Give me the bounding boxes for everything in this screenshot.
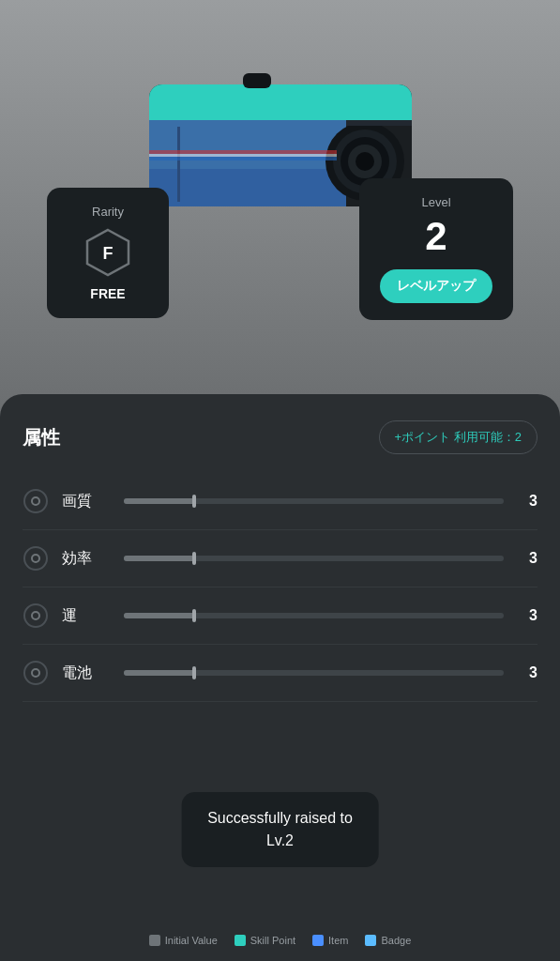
- legend-label-skill: Skill Point: [250, 935, 295, 946]
- attr-bar-image-quality: [124, 498, 504, 504]
- levelup-button[interactable]: レベルアップ: [380, 269, 492, 303]
- attr-icon-battery: [23, 660, 49, 686]
- level-card: Level 2 レベルアップ: [359, 178, 513, 320]
- bottom-panel: 属性 +ポイント 利用可能：2 画質 3 効率: [0, 394, 560, 961]
- legend-dot-item: [312, 935, 324, 946]
- svg-rect-11: [177, 127, 180, 202]
- legend-dot-badge: [365, 935, 376, 946]
- level-title: Level: [380, 195, 492, 209]
- svg-rect-13: [149, 154, 337, 157]
- attribute-header: 属性 +ポイント 利用可能：2: [23, 420, 537, 454]
- rarity-label: FREE: [68, 286, 148, 301]
- svg-text:F: F: [103, 244, 114, 263]
- toast-line2: Lv.2: [207, 830, 353, 852]
- legend-skill-point: Skill Point: [235, 935, 295, 946]
- points-value: 2: [515, 430, 522, 444]
- legend-dot-initial: [149, 935, 160, 946]
- legend-initial-value: Initial Value: [149, 935, 218, 946]
- attr-name-luck: 運: [62, 606, 109, 626]
- svg-rect-15: [346, 120, 412, 126]
- attr-row-luck: 運 3: [23, 587, 537, 645]
- svg-rect-10: [243, 73, 271, 88]
- attr-name-image-quality: 画質: [62, 492, 109, 511]
- attribute-title: 属性: [23, 425, 60, 450]
- attr-value-image-quality: 3: [519, 493, 537, 510]
- attr-icon-efficiency: [23, 545, 49, 572]
- svg-rect-2: [149, 107, 412, 120]
- attr-name-battery: 電池: [62, 664, 109, 683]
- legend-label-badge: Badge: [381, 935, 411, 946]
- points-label: +ポイント 利用可能：2: [395, 430, 522, 444]
- attr-row-battery: 電池 3: [23, 645, 537, 702]
- legend-dot-skill: [235, 935, 246, 946]
- attr-row-efficiency: 効率 3: [23, 530, 537, 587]
- attr-bar-luck: [124, 613, 504, 618]
- attr-value-efficiency: 3: [519, 550, 537, 567]
- attribute-list: 画質 3 効率 3: [23, 473, 537, 702]
- attr-icon-image-quality: [23, 488, 49, 514]
- level-number: 2: [380, 215, 492, 258]
- toast-notification: Successfully raised to Lv.2: [181, 792, 379, 867]
- points-badge-button[interactable]: +ポイント 利用可能：2: [379, 420, 537, 454]
- svg-point-9: [356, 152, 374, 171]
- legend-item: Item: [312, 935, 348, 946]
- rarity-card: Rarity F FREE: [47, 188, 169, 318]
- attr-value-battery: 3: [519, 664, 537, 681]
- attr-row-image-quality: 画質 3: [23, 473, 537, 530]
- svg-rect-14: [149, 157, 337, 160]
- legend-badge: Badge: [365, 935, 411, 946]
- toast-line1: Successfully raised to: [207, 807, 353, 830]
- legend-label-initial: Initial Value: [165, 935, 218, 946]
- rarity-hex-icon: F: [83, 228, 132, 277]
- legend-label-item: Item: [328, 935, 348, 946]
- rarity-title: Rarity: [68, 205, 148, 219]
- legend: Initial Value Skill Point Item Badge: [0, 935, 560, 946]
- attr-bar-efficiency: [124, 556, 504, 561]
- attr-bar-battery: [124, 670, 504, 676]
- attr-name-efficiency: 効率: [62, 549, 109, 569]
- attr-icon-luck: [23, 603, 49, 629]
- attr-value-luck: 3: [519, 607, 537, 624]
- svg-rect-12: [149, 150, 337, 154]
